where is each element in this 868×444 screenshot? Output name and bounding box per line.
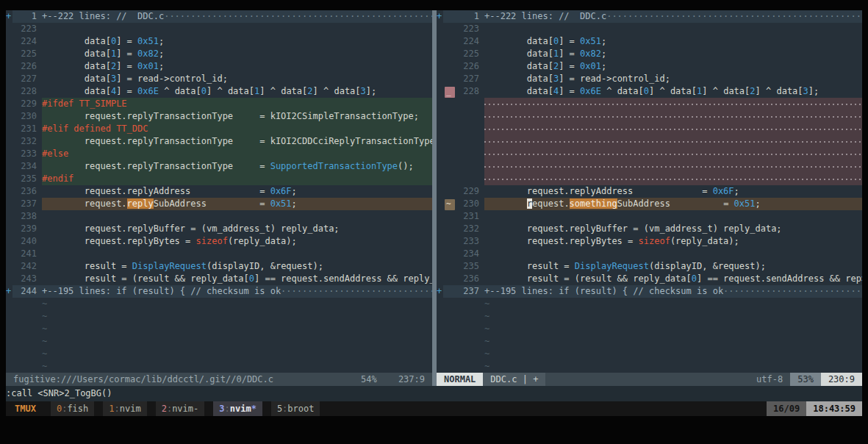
left-cursor-position: 237:9 [398, 374, 425, 384]
filler-line[interactable] [437, 123, 862, 135]
tilde-line[interactable]: ~ [437, 335, 862, 348]
code-line[interactable]: 241 [6, 248, 432, 260]
code-line[interactable]: 233 request.replyBytes = sizeof(reply_da… [437, 235, 862, 248]
line-text: ~ [484, 335, 862, 348]
filler-line[interactable] [437, 160, 862, 173]
tilde-line[interactable]: ~ [437, 298, 862, 310]
fold-column [6, 135, 12, 148]
filler-line[interactable] [437, 173, 862, 185]
code-line[interactable]: 233#else [6, 148, 432, 160]
tilde-line[interactable]: ~ [6, 335, 432, 348]
code-line[interactable]: 227 data[3] = read->control_id; [437, 73, 862, 85]
line-text: request.replyBuffer = (vm_address_t) rep… [42, 223, 432, 235]
code-segment: ]; [366, 86, 376, 96]
fold-sign[interactable]: + [6, 285, 12, 298]
code-segment: SubAddress = [617, 198, 734, 209]
code-line[interactable]: 242 result = DisplayRequest(displayID, &… [6, 260, 432, 273]
tilde-line[interactable]: ~ [437, 360, 862, 373]
fold-line[interactable]: +237+--195 lines: if (result) { // check… [437, 285, 862, 298]
code-line[interactable]: 231 [437, 210, 862, 223]
left-statusline-right: 54% 237:9 [345, 373, 425, 386]
tmux-window-2[interactable]: 2:nvim- [156, 401, 205, 416]
line-text: +--222 lines: // DDC.c··················… [42, 10, 432, 23]
code-line[interactable]: ~230 request.somethingSubAddress = 0x51; [437, 198, 862, 210]
tilde-line[interactable]: ~ [6, 348, 432, 360]
line-text: #else [42, 148, 432, 160]
fold-line[interactable]: +1+--222 lines: // DDC.c················… [6, 10, 432, 23]
sign-column [443, 273, 455, 285]
filler-line[interactable] [437, 98, 862, 110]
code-line[interactable]: 231#elif defined TT_DDC [6, 123, 432, 135]
line-number [455, 135, 484, 148]
code-line[interactable]: 225 data[1] = 0x82; [437, 48, 862, 60]
code-line[interactable]: 224 data[0] = 0x51; [6, 35, 432, 48]
line-number: 223 [12, 23, 42, 35]
fold-sign[interactable]: + [437, 10, 443, 23]
fold-column [6, 110, 12, 123]
fold-column [6, 348, 12, 360]
tmux-window-0[interactable]: 0:fish [51, 401, 94, 416]
tmux-window-3[interactable]: 3:nvim* [213, 401, 262, 416]
filler-line[interactable] [437, 110, 862, 123]
code-line[interactable]: 237 request.replySubAddress = 0x51; [6, 198, 432, 210]
code-segment: result = (result && reply_data[ [42, 273, 249, 284]
code-line[interactable]: 223 [6, 23, 432, 35]
code-line[interactable]: 239 request.replyBuffer = (vm_address_t)… [6, 223, 432, 235]
empty-buffer-tilde: ~ [484, 361, 489, 371]
line-number [12, 323, 42, 335]
code-line[interactable]: 226 data[2] = 0x01; [437, 60, 862, 73]
tmux-window-1[interactable]: 1:nvim [103, 401, 146, 416]
code-line[interactable]: 236 result = (result && reply_data[0] ==… [437, 273, 862, 285]
code-line[interactable]: 235 result = DisplayRequest(displayID, &… [437, 260, 862, 273]
fold-line[interactable]: +244+--195 lines: if (result) { // check… [6, 285, 432, 298]
code-line[interactable]: 240 request.replyBytes = sizeof(reply_da… [6, 235, 432, 248]
code-segment: 0 [692, 273, 697, 284]
tilde-line[interactable]: ~ [437, 310, 862, 323]
code-line[interactable]: 224 data[0] = 0x51; [437, 35, 862, 48]
tilde-line[interactable]: ~ [437, 348, 862, 360]
code-segment: request.replyTransactionType = [42, 161, 270, 171]
code-line[interactable]: 232 request.replyBuffer = (vm_address_t)… [437, 223, 862, 235]
filler-line[interactable] [437, 148, 862, 160]
line-text: result = (result && reply_data[0] == req… [42, 273, 432, 285]
code-line[interactable]: 236 request.replyAddress = 0x6F; [6, 185, 432, 198]
fold-line[interactable]: +1+--222 lines: // DDC.c················… [437, 10, 862, 23]
code-line[interactable]: 230 request.replyTransactionType = kIOI2… [6, 110, 432, 123]
code-line[interactable]: 227 data[3] = read->control_id; [6, 73, 432, 85]
code-line[interactable]: 238 [6, 210, 432, 223]
tilde-line[interactable]: ~ [6, 310, 432, 323]
code-line[interactable]: 226 data[2] = 0x01; [6, 60, 432, 73]
vim-command-line[interactable]: :call <SNR>2_TogBG() [6, 386, 862, 401]
code-line[interactable]: 228 data[4] = 0x6E ^ data[0] ^ data[1] ^… [6, 85, 432, 98]
line-text: +--195 lines: if (result) { // checksum … [484, 285, 862, 298]
code-segment: request.replyBytes = [42, 236, 196, 246]
fold-sign[interactable]: + [437, 285, 443, 298]
code-line[interactable]: 235#endif [6, 173, 432, 185]
tilde-line[interactable]: ~ [6, 298, 432, 310]
tilde-line[interactable]: ~ [6, 360, 432, 373]
code-line[interactable]: _228 data[4] = 0x6E ^ data[0] ^ data[1] … [437, 85, 862, 98]
code-line[interactable]: 243 result = (result && reply_data[0] ==… [6, 273, 432, 285]
code-segment: request.replyTransactionType = kIOI2CDDC… [42, 136, 432, 146]
tilde-line[interactable]: ~ [6, 323, 432, 335]
line-number: 233 [12, 148, 42, 160]
fold-sign[interactable]: + [6, 10, 12, 23]
code-line[interactable]: 223 [437, 23, 862, 35]
line-number [455, 98, 484, 110]
code-segment: data[ [42, 49, 111, 59]
filler-line[interactable] [437, 135, 862, 148]
line-text: request.replyBytes = sizeof(reply_data); [42, 235, 432, 248]
right-scroll-percent: 53% [790, 373, 821, 386]
tilde-line[interactable]: ~ [437, 323, 862, 335]
code-line[interactable]: 229 request.replyAddress = 0x6F; [437, 185, 862, 198]
code-line[interactable]: 225 data[1] = 0x82; [6, 48, 432, 60]
code-line[interactable]: 229#ifdef TT_SIMPLE [6, 98, 432, 110]
code-line[interactable]: 232 request.replyTransactionType = kIOI2… [6, 135, 432, 148]
fold-column [437, 335, 443, 348]
tmux-window-5[interactable]: 5:broot [271, 401, 320, 416]
code-line[interactable]: 234 [437, 248, 862, 260]
code-line[interactable]: 234 request.replyTransactionType = Suppo… [6, 160, 432, 173]
code-segment: (displayID, &request); [207, 261, 323, 271]
fold-column [6, 198, 12, 210]
fold-column [437, 198, 443, 210]
